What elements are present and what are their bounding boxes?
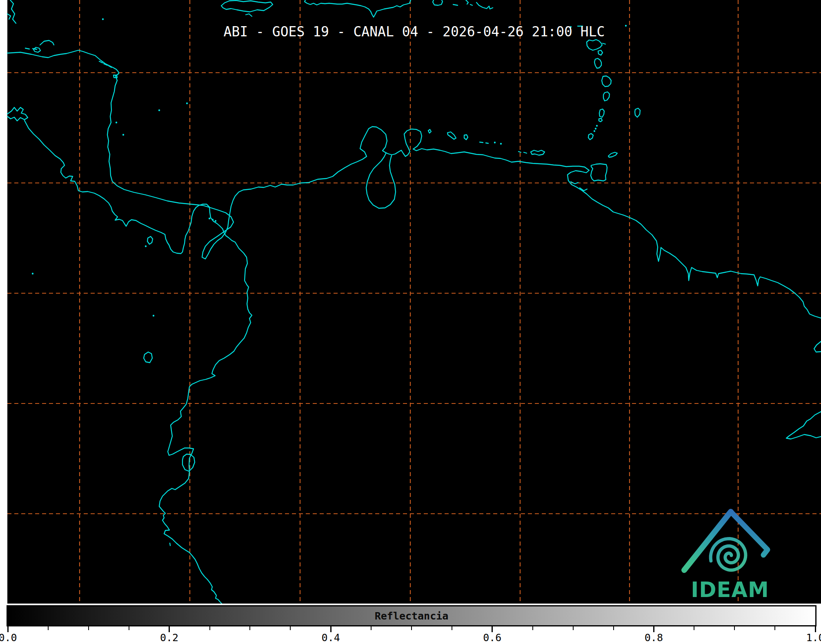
coastline-puerto-rico <box>433 0 443 5</box>
colorbar-minor-tick <box>734 626 735 630</box>
coastline-coiba-island <box>147 236 153 244</box>
colorbar-tick-label: 0.0 <box>0 632 24 644</box>
colorbar-major-tick <box>7 626 9 632</box>
coastline-leeward-islands <box>587 40 605 55</box>
coastline-peru-islet <box>170 543 170 546</box>
coastline-maracaibo-lake <box>366 153 396 208</box>
islet-dash <box>453 4 458 5</box>
colorbar-minor-tick <box>694 626 694 630</box>
islet-dot <box>595 128 596 129</box>
page-title: ABI - GOES 19 - CANAL 04 - 2026-04-26 21… <box>7 24 821 40</box>
colorbar-minor-tick <box>48 626 49 630</box>
coastline-puna-island <box>182 454 195 471</box>
islet-dot <box>32 273 33 274</box>
colorbar-tick-label: 0.4 <box>314 632 347 644</box>
colorbar-major-tick <box>653 626 654 632</box>
coastline-amapa-coast <box>786 412 821 439</box>
coastline-guadeloupe <box>594 58 601 68</box>
colorbar-tick-label: 0.6 <box>476 632 509 644</box>
colorbar-minor-tick <box>88 626 89 630</box>
islet-dot <box>596 125 598 127</box>
colorbar-minor-tick <box>532 626 533 630</box>
islet-dot <box>209 218 210 219</box>
coastline-barbados <box>635 108 640 117</box>
islet-dot <box>594 130 595 132</box>
islet-dot <box>102 18 104 20</box>
islet-dot <box>212 219 214 221</box>
logo-text: IDEAM <box>691 578 769 602</box>
coastline-dominica <box>602 76 611 87</box>
colorbar-tick-label: 1.0 <box>799 632 821 644</box>
coastline-martinique <box>603 92 610 101</box>
islet-dash <box>480 142 483 143</box>
islet-dot <box>158 109 160 111</box>
coastline-trinidad <box>591 164 607 181</box>
colorbar-minor-tick <box>774 626 775 630</box>
islet-dot <box>500 143 502 145</box>
colorbar-major-tick <box>815 626 816 632</box>
colorbar-label: Reflectancia <box>7 610 817 622</box>
colorbar-minor-tick <box>209 626 210 630</box>
coastline-caribbean-mainland-coast <box>7 50 821 318</box>
coastline-right-edge-coast <box>814 341 821 352</box>
colorbar-minor-tick <box>573 626 574 630</box>
coastline-jamaica <box>221 0 273 12</box>
colorbar-major-tick <box>330 626 332 632</box>
coastline-hispaniola <box>305 0 411 17</box>
colorbar-tick-label: 0.8 <box>637 632 670 644</box>
coastline-grenada <box>588 134 593 140</box>
colorbar-minor-tick <box>290 626 291 630</box>
islet-dot <box>215 220 216 222</box>
colorbar-minor-tick <box>452 626 452 630</box>
coastline-abc-islands <box>428 129 468 140</box>
coastline-jardines-cays <box>99 61 117 78</box>
coastline-fonseca-gulf <box>7 107 28 121</box>
colorbar-minor-tick <box>129 626 129 630</box>
coastline-margarita <box>518 150 545 155</box>
colorbar-minor-tick <box>613 626 614 630</box>
colorbar-major-tick <box>492 626 493 632</box>
colorbar-minor-tick <box>249 626 250 630</box>
colorbar-minor-tick <box>411 626 412 630</box>
islet-dot <box>145 245 147 247</box>
islet-dot <box>116 122 117 123</box>
islet-dot <box>186 103 188 104</box>
colorbar-minor-tick <box>371 626 372 630</box>
logo-spiral-icon <box>711 539 746 570</box>
colorbar-major-tick <box>169 626 170 632</box>
ideam-logo: IDEAM <box>672 506 778 604</box>
islet-dash <box>486 143 488 143</box>
coastline-st-vincent <box>599 118 602 122</box>
coastline-cayman <box>246 14 252 16</box>
islet-dot <box>122 134 124 136</box>
coastline-st-lucia <box>599 109 604 117</box>
islet-dot <box>153 315 154 316</box>
islet-dash <box>25 48 29 49</box>
colorbar-tick-label: 0.2 <box>153 632 186 644</box>
islet-dot <box>494 142 496 143</box>
coastline-ecuador-islet <box>144 352 152 363</box>
coastline-tobago <box>608 152 617 157</box>
islet-dash <box>470 4 472 5</box>
